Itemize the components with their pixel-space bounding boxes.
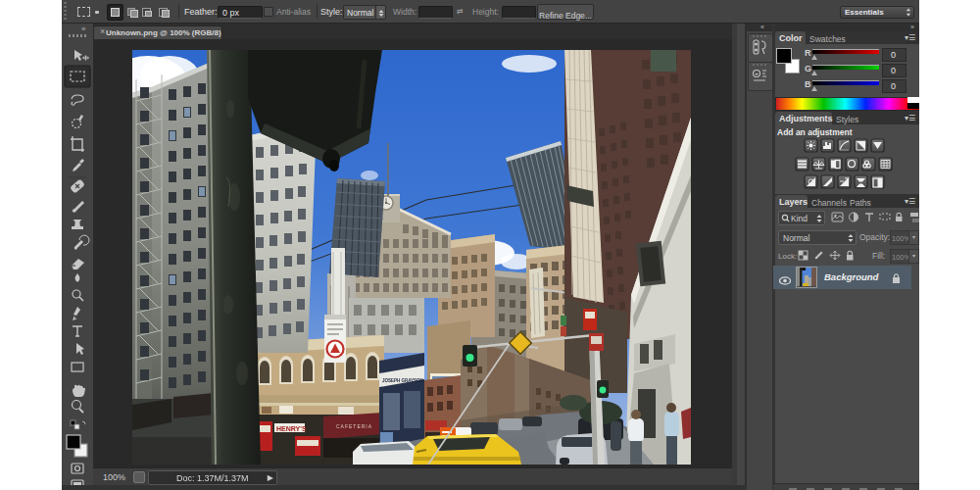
svg-text:HENRY'S: HENRY'S bbox=[276, 425, 307, 432]
svg-text:JOSEPH GRAYSON: JOSEPH GRAYSON bbox=[382, 378, 423, 383]
svg-text:CAFETERIA: CAFETERIA bbox=[336, 423, 372, 429]
